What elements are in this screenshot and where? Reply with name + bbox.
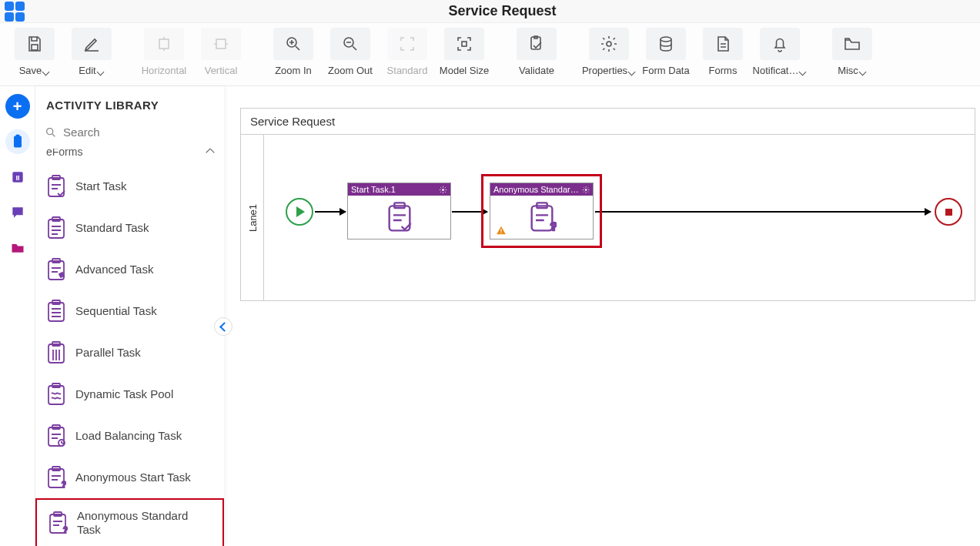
svg-rect-2	[216, 39, 226, 49]
validate-button[interactable]: Validate	[510, 28, 564, 76]
svg-point-8	[661, 37, 671, 42]
start-event[interactable]	[286, 198, 313, 226]
zoom-in-button[interactable]: Zoom In	[266, 28, 320, 76]
activity-start-task[interactable]: Start Task	[35, 166, 224, 207]
activity-dynamic-task-pool[interactable]: Dynamic Task Pool	[35, 373, 224, 415]
chevron-down-icon	[98, 67, 105, 74]
svg-rect-16	[48, 219, 64, 238]
chevron-down-icon	[860, 67, 867, 74]
flow-arrow[interactable]	[452, 211, 487, 213]
task-node-title: Start Task.1	[351, 185, 396, 194]
end-event[interactable]	[935, 198, 962, 226]
align-vertical-button: Vertical	[194, 28, 248, 76]
chevron-down-icon	[629, 67, 636, 74]
gear-icon	[589, 28, 629, 60]
svg-rect-43	[500, 233, 501, 233]
svg-point-35	[442, 189, 444, 191]
align-horizontal-button: Horizontal	[137, 28, 191, 76]
process-canvas[interactable]: Service Request Lane1 Start Task.1	[240, 108, 975, 301]
task-node-start-task[interactable]: Start Task.1	[347, 183, 451, 240]
activity-group-eforms[interactable]: eForms	[35, 149, 224, 166]
canvas-title: Service Request	[241, 109, 975, 135]
lane-label[interactable]: Lane1	[241, 135, 264, 300]
clipboard-check-icon	[385, 202, 414, 233]
activity-library-search[interactable]	[45, 121, 215, 144]
svg-text:?: ?	[550, 220, 556, 233]
edit-icon	[72, 28, 112, 60]
svg-rect-20	[48, 303, 64, 321]
svg-rect-1	[159, 39, 169, 49]
activity-library-tab[interactable]	[5, 129, 30, 154]
search-input[interactable]	[63, 121, 215, 143]
activity-sequential-task[interactable]: Sequential Task	[35, 290, 224, 332]
add-button[interactable]: +	[5, 94, 30, 119]
gear-icon[interactable]	[439, 186, 447, 194]
search-icon	[45, 126, 57, 139]
page-title: Service Request	[25, 3, 980, 19]
zoom-out-icon	[330, 28, 370, 60]
activity-advanced-task[interactable]: Advanced Task	[35, 249, 224, 290]
folder-icon	[832, 28, 872, 60]
notifications-button[interactable]: Notificat…	[753, 28, 807, 76]
toolbar: Save Edit Horizontal Vertical	[0, 23, 980, 86]
svg-rect-9	[14, 136, 22, 148]
forms-button[interactable]: Forms	[696, 28, 750, 76]
align-vertical-icon	[201, 28, 241, 60]
svg-rect-5	[462, 42, 467, 46]
collapse-panel-button[interactable]	[214, 317, 232, 336]
chevron-down-icon	[43, 67, 50, 74]
zoom-out-button[interactable]: Zoom Out	[323, 28, 377, 76]
activity-standard-task[interactable]: Standard Task	[35, 207, 224, 249]
svg-rect-39	[531, 206, 552, 230]
canvas-area: Service Request Lane1 Start Task.1	[231, 108, 980, 546]
save-icon	[15, 28, 55, 60]
zoom-model-size-button[interactable]: Model Size	[437, 28, 491, 76]
files-tab[interactable]	[5, 236, 30, 260]
svg-point-13	[47, 128, 53, 134]
activity-library-title: ACTIVITY LIBRARY	[35, 86, 224, 118]
activity-load-balancing-task[interactable]: Load Balancing Task	[35, 415, 224, 457]
zoom-in-icon	[273, 28, 313, 60]
svg-rect-10	[15, 135, 19, 137]
activity-anonymous-standard-task[interactable]: ? Anonymous Standard Task	[35, 498, 224, 546]
form-data-button[interactable]: Form Data	[639, 28, 693, 76]
task-node-anonymous-standard-task[interactable]: Anonymous Standard T... ?	[490, 183, 594, 240]
svg-point-38	[585, 189, 587, 191]
database-icon	[646, 28, 686, 60]
validate-icon	[517, 28, 557, 60]
clipboard-question-icon: ?	[527, 202, 557, 233]
activity-parallel-task[interactable]: Parallel Task	[35, 332, 224, 373]
save-button[interactable]: Save	[8, 28, 62, 76]
svg-text:?: ?	[62, 481, 66, 489]
svg-text:II: II	[15, 174, 19, 182]
flow-arrow[interactable]	[595, 211, 931, 213]
document-icon	[703, 28, 743, 60]
zoom-standard-icon	[387, 28, 427, 60]
app-header: Service Request	[0, 0, 980, 23]
warning-icon	[495, 225, 507, 236]
zoom-model-size-icon	[444, 28, 484, 60]
svg-text:?: ?	[63, 526, 68, 534]
app-logo-icon[interactable]	[5, 2, 25, 22]
properties-button[interactable]: Properties	[582, 28, 636, 76]
svg-point-7	[607, 42, 611, 46]
align-horizontal-icon	[144, 28, 184, 60]
comments-tab[interactable]	[5, 200, 30, 225]
chevron-up-icon	[207, 149, 213, 158]
flow-arrow[interactable]	[315, 211, 346, 213]
activity-anonymous-start-task[interactable]: ? Anonymous Start Task	[35, 457, 224, 498]
variables-tab[interactable]: II	[5, 165, 30, 189]
bell-icon	[760, 28, 800, 60]
left-rail: + II	[0, 86, 35, 546]
svg-rect-24	[48, 386, 64, 404]
chevron-down-icon	[800, 67, 807, 74]
svg-rect-42	[500, 229, 501, 232]
lane-body[interactable]: Start Task.1 Anonymous Standard T... ?	[264, 135, 975, 300]
activity-library-panel: ACTIVITY LIBRARY eForms Start Task Stand…	[35, 86, 224, 546]
svg-rect-0	[32, 45, 38, 50]
misc-button[interactable]: Misc	[825, 28, 879, 76]
gear-icon[interactable]	[582, 186, 590, 194]
edit-button[interactable]: Edit	[65, 28, 119, 76]
task-node-title: Anonymous Standard T...	[493, 185, 582, 194]
activity-list: Start Task Standard Task Advanced Task S…	[35, 166, 224, 546]
